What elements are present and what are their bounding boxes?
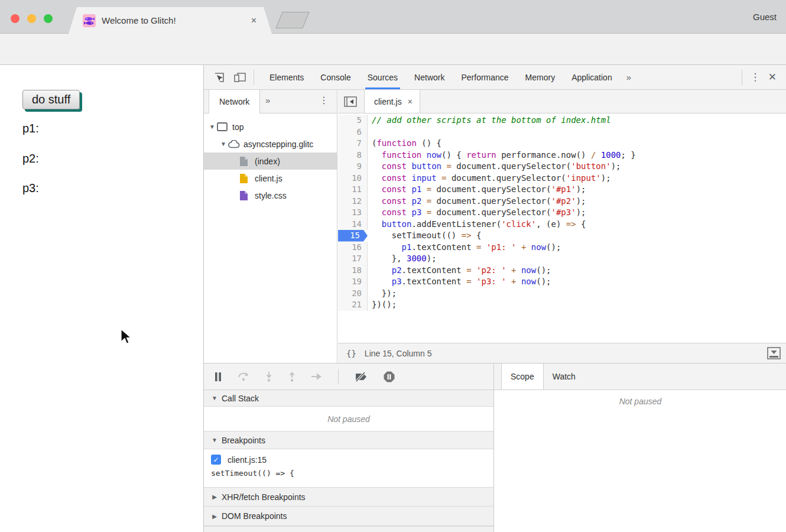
tree-item--index-[interactable]: (index) bbox=[204, 153, 337, 170]
line-number[interactable]: 17 bbox=[338, 253, 368, 265]
devtools-tab-bar: ElementsConsoleSourcesNetworkPerformance… bbox=[204, 65, 786, 90]
code-line-13: 13 const p3 = document.querySelector('#p… bbox=[338, 207, 786, 219]
paragraph-p1: p1: bbox=[22, 122, 39, 135]
deactivate-breakpoints-icon[interactable] bbox=[355, 372, 368, 382]
toolbar-separator bbox=[742, 70, 742, 85]
editor-file-tab-close-icon[interactable]: × bbox=[408, 97, 413, 106]
chevron-down-icon: ▼ bbox=[210, 395, 219, 401]
line-number[interactable]: 5 bbox=[338, 115, 368, 126]
dom-breakpoints-header[interactable]: ▶ DOM Breakpoints bbox=[204, 507, 493, 526]
tab-close-icon[interactable]: × bbox=[251, 16, 256, 25]
sidebar-kebab-icon[interactable]: ⋮ bbox=[319, 96, 329, 106]
file-icon-yellow bbox=[239, 173, 252, 184]
line-number[interactable]: 16 bbox=[338, 242, 368, 254]
dom-breakpoints-title: DOM Breakpoints bbox=[222, 511, 287, 521]
tab-application[interactable]: Application bbox=[563, 65, 621, 89]
file-icon-purple bbox=[239, 190, 252, 201]
tree-item-style-css[interactable]: style.css bbox=[204, 187, 337, 204]
code-text: const p1 = document.querySelector('#p1')… bbox=[368, 184, 586, 196]
line-number[interactable]: 13 bbox=[338, 207, 368, 219]
step-out-icon[interactable] bbox=[288, 372, 295, 382]
line-number[interactable]: 11 bbox=[338, 184, 368, 196]
tab-memory[interactable]: Memory bbox=[517, 65, 564, 89]
file-tree: ▼top▼asyncstepping.glitc(index)client.js… bbox=[204, 113, 337, 204]
breakpoints-header[interactable]: ▼ Breakpoints bbox=[204, 432, 493, 449]
line-number[interactable]: 7 bbox=[338, 138, 368, 150]
pause-script-icon[interactable] bbox=[215, 372, 222, 381]
global-listeners-header[interactable]: ▶ Global Listeners bbox=[204, 526, 493, 532]
tree-item-top[interactable]: ▼top bbox=[204, 118, 337, 135]
breakpoint-entry[interactable]: ✓ client.js:15 setTimeout(() => { bbox=[204, 449, 493, 488]
window-zoom-button[interactable] bbox=[44, 14, 53, 23]
line-number[interactable]: 18 bbox=[338, 265, 368, 277]
profile-label[interactable]: Guest bbox=[753, 12, 777, 22]
chevron-right-icon: ▶ bbox=[210, 494, 219, 500]
browser-tab[interactable]: Welcome to Glitch! × bbox=[69, 7, 272, 34]
glitch-favicon bbox=[83, 14, 96, 27]
xhr-breakpoints-title: XHR/fetch Breakpoints bbox=[222, 492, 306, 502]
line-number[interactable]: 12 bbox=[338, 196, 368, 207]
xhr-breakpoints-header[interactable]: ▶ XHR/fetch Breakpoints bbox=[204, 488, 493, 507]
tree-item-client-js[interactable]: client.js bbox=[204, 170, 337, 187]
window-minimize-button[interactable] bbox=[27, 14, 36, 23]
step-into-icon[interactable] bbox=[265, 372, 272, 382]
code-line-20: 20 }); bbox=[338, 288, 786, 300]
code-line-17: 17 }, 3000); bbox=[338, 253, 786, 265]
tree-item-asyncstepping-glitc[interactable]: ▼asyncstepping.glitc bbox=[204, 135, 337, 153]
paragraph-p3: p3: bbox=[22, 181, 39, 195]
sidebar-tabs-overflow-icon[interactable]: » bbox=[265, 95, 270, 105]
chevron-down-icon[interactable]: ▼ bbox=[207, 124, 217, 130]
tab-console[interactable]: Console bbox=[312, 65, 359, 89]
file-icon-gray bbox=[239, 156, 252, 167]
tree-item-label: top bbox=[232, 122, 243, 132]
debugger-sidebar: ▼ Call Stack Not paused ▼ Breakpoints ✓ … bbox=[204, 364, 494, 532]
code-line-14: 14 button.addEventListener('click', (e) … bbox=[338, 219, 786, 231]
editor-tab-bar: client.js × bbox=[338, 90, 786, 113]
devtools-close-icon[interactable]: ✕ bbox=[768, 71, 777, 83]
step-icon[interactable] bbox=[311, 373, 322, 380]
code-text: // add other scripts at the bottom of in… bbox=[368, 115, 611, 126]
browser-window: Welcome to Glitch! × Guest Secure https:… bbox=[0, 0, 786, 532]
call-stack-header[interactable]: ▼ Call Stack bbox=[204, 390, 493, 407]
line-number[interactable]: 19 bbox=[338, 276, 368, 288]
tab-scope[interactable]: Scope bbox=[501, 364, 544, 390]
line-number[interactable]: 6 bbox=[338, 126, 368, 138]
code-line-11: 11 const p1 = document.querySelector('#p… bbox=[338, 184, 786, 196]
code-text: p2.textContent = 'p2: ' + now(); bbox=[368, 265, 551, 277]
line-number[interactable]: 10 bbox=[338, 173, 368, 184]
new-tab-button[interactable] bbox=[275, 12, 309, 28]
tab-watch[interactable]: Watch bbox=[544, 372, 584, 381]
pause-on-exceptions-icon[interactable] bbox=[384, 371, 395, 382]
line-number[interactable]: 20 bbox=[338, 288, 368, 300]
chevron-down-icon[interactable]: ▼ bbox=[219, 141, 228, 147]
devtools-menu-kebab-icon[interactable]: ⋮ bbox=[749, 72, 761, 83]
code-text: }); bbox=[368, 288, 397, 300]
line-number[interactable]: 9 bbox=[338, 161, 368, 173]
step-over-icon[interactable] bbox=[238, 372, 249, 381]
tab-network[interactable]: Network bbox=[406, 65, 453, 89]
toggle-navigator-icon[interactable] bbox=[344, 96, 357, 107]
tab-sources[interactable]: Sources bbox=[359, 65, 406, 89]
tabs-overflow-icon[interactable]: » bbox=[621, 72, 637, 82]
editor-file-tab[interactable]: client.js × bbox=[364, 90, 420, 113]
tab-performance[interactable]: Performance bbox=[453, 65, 517, 89]
code-line-5: 5// add other scripts at the bottom of i… bbox=[338, 115, 786, 126]
line-number[interactable]: 8 bbox=[338, 150, 368, 161]
sidebar-tab-network[interactable]: Network bbox=[209, 90, 260, 113]
window-close-button[interactable] bbox=[11, 14, 20, 23]
pretty-print-icon[interactable]: {} bbox=[346, 349, 356, 358]
line-number[interactable]: 21 bbox=[338, 299, 368, 311]
tree-item-label: asyncstepping.glitc bbox=[243, 140, 313, 149]
do-stuff-button[interactable]: do stuff bbox=[22, 90, 80, 109]
sources-sidebar: Network » ⋮ ▼top▼asyncstepping.glitc(ind… bbox=[204, 90, 337, 363]
code-line-19: 19 p3.textContent = 'p3: ' + now(); bbox=[338, 276, 786, 288]
editor-file-tab-label: client.js bbox=[374, 97, 402, 106]
breakpoint-checkbox[interactable]: ✓ bbox=[211, 455, 221, 465]
inspect-element-icon[interactable] bbox=[213, 72, 225, 83]
device-toolbar-icon[interactable] bbox=[233, 72, 246, 83]
scope-message: Not paused bbox=[494, 397, 786, 406]
breakpoint-marker[interactable]: 15 bbox=[338, 230, 368, 242]
show-drawer-icon[interactable] bbox=[767, 347, 781, 359]
line-number[interactable]: 14 bbox=[338, 219, 368, 231]
tab-elements[interactable]: Elements bbox=[261, 65, 312, 89]
